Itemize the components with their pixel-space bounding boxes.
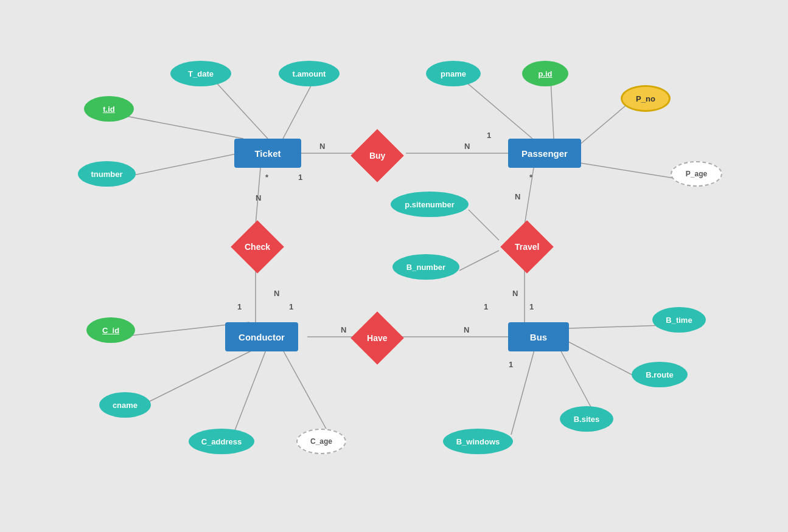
attr-b-route: B.route [632, 362, 688, 387]
card-check-conductor-1: 1 [237, 302, 242, 311]
svg-line-14 [459, 250, 499, 271]
attr-b-sites: B.sites [560, 406, 613, 432]
attr-p-id: p.id [522, 61, 568, 86]
entity-conductor[interactable]: Conductor [225, 322, 298, 351]
svg-line-25 [511, 350, 534, 435]
attr-b-number: B_number [392, 254, 459, 280]
svg-line-9 [580, 163, 682, 179]
relationship-check[interactable]: Check [231, 220, 284, 274]
card-check-conductor-1b: 1 [289, 302, 293, 311]
attr-t-amount: t.amount [279, 61, 340, 86]
card-travel-bus-1: 1 [529, 302, 534, 311]
card-ticket-check-1: 1 [298, 173, 302, 182]
attr-t-id: t.id [84, 96, 134, 122]
card-check-conductor-n: N [274, 289, 279, 298]
card-bus-bottom-1: 1 [509, 360, 513, 369]
attr-p-age: P_age [671, 161, 722, 187]
attr-tnumber: tnumber [78, 161, 136, 187]
card-passenger-buy-1: 1 [487, 131, 491, 140]
attr-b-windows: B_windows [443, 429, 513, 454]
card-buy-passenger-n: N [464, 142, 470, 151]
card-have-bus-1: 1 [484, 302, 488, 311]
svg-line-0 [213, 79, 268, 139]
er-diagram-canvas: Ticket Passenger Conductor Bus Buy Check… [0, 0, 788, 532]
attr-p-no: P_no [621, 85, 671, 112]
card-conductor-have-n: N [341, 325, 346, 334]
entity-ticket[interactable]: Ticket [234, 139, 301, 168]
card-ticket-buy-n: N [319, 142, 325, 151]
attr-b-time: B_time [652, 307, 706, 333]
card-travel-n: N [515, 192, 520, 201]
card-check-n: N [256, 193, 261, 202]
attr-t-date: T_date [170, 61, 231, 86]
svg-line-8 [578, 102, 630, 146]
relationship-have[interactable]: Have [350, 311, 404, 365]
attr-cname: cname [99, 392, 151, 418]
svg-line-21 [283, 350, 330, 437]
svg-line-1 [283, 79, 315, 139]
svg-line-13 [469, 210, 499, 240]
entity-passenger[interactable]: Passenger [508, 139, 581, 168]
svg-line-19 [140, 350, 253, 406]
card-ticket-check-star: * [265, 173, 268, 182]
card-travel-bus-n: N [512, 289, 518, 298]
svg-line-2 [123, 116, 243, 139]
attr-c-age: C_age [296, 429, 346, 454]
attr-pname: pname [426, 61, 481, 86]
attr-p-sitenumber: p.sitenumber [391, 192, 469, 217]
svg-line-6 [462, 79, 532, 139]
svg-line-23 [566, 340, 642, 380]
attr-c-address: C_address [189, 429, 254, 454]
attr-c-id: C_id [86, 317, 135, 343]
svg-line-20 [232, 350, 266, 437]
entity-bus[interactable]: Bus [508, 322, 569, 351]
card-have-bus-n: N [464, 325, 469, 334]
svg-line-3 [122, 153, 239, 178]
relationship-travel[interactable]: Travel [500, 220, 554, 274]
card-passenger-travel-star: * [529, 173, 532, 182]
svg-line-7 [551, 79, 554, 139]
svg-line-22 [569, 325, 663, 328]
relationship-buy[interactable]: Buy [350, 129, 404, 182]
